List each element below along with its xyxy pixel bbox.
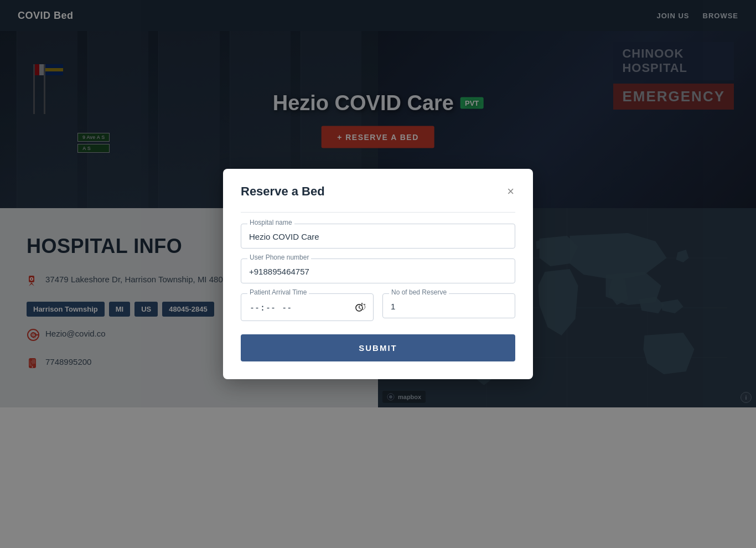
arrival-time-label: Patient Arrival Time [247, 288, 309, 296]
bed-count-label: No of bed Reserve [389, 288, 449, 296]
phone-field-group: User Phone number [241, 259, 515, 283]
modal-title: Reserve a Bed [241, 184, 325, 199]
phone-label: User Phone number [247, 254, 311, 261]
reserve-bed-modal: Reserve a Bed × Hospital name User Phone… [223, 169, 533, 379]
modal-overlay[interactable]: Reserve a Bed × Hospital name User Phone… [0, 0, 756, 407]
submit-button[interactable]: SUBMIT [241, 334, 515, 361]
time-bed-row: Patient Arrival Time ⏱ No of bed Reserve [241, 293, 515, 321]
hospital-name-input[interactable] [241, 224, 515, 249]
hospital-name-label: Hospital name [247, 219, 294, 226]
hospital-name-field-group: Hospital name [241, 224, 515, 249]
modal-divider [241, 212, 515, 213]
modal-header: Reserve a Bed × [241, 184, 515, 199]
bed-count-field-group: No of bed Reserve [382, 293, 515, 321]
modal-close-button[interactable]: × [506, 184, 515, 199]
phone-input[interactable] [241, 259, 515, 283]
bed-count-input[interactable] [382, 293, 515, 318]
arrival-time-field-group: Patient Arrival Time ⏱ [241, 293, 374, 321]
arrival-time-input[interactable] [241, 293, 374, 321]
